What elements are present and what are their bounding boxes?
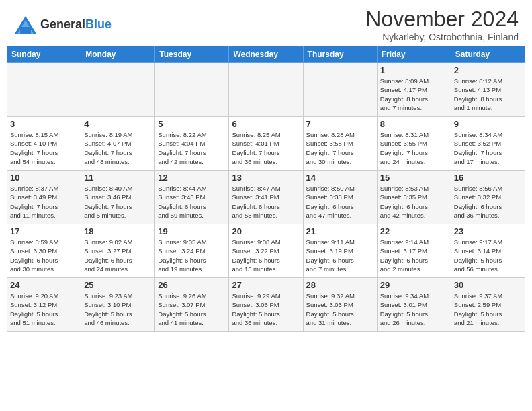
- calendar-cell: 23Sunrise: 9:17 AMSunset: 3:14 PMDayligh…: [451, 224, 525, 278]
- day-info: Sunrise: 8:12 AMSunset: 4:13 PMDaylight:…: [454, 77, 522, 112]
- day-info: Sunrise: 8:25 AMSunset: 4:01 PMDaylight:…: [232, 130, 300, 166]
- calendar-header-tuesday: Tuesday: [155, 46, 229, 63]
- day-info: Sunrise: 8:28 AMSunset: 3:58 PMDaylight:…: [306, 130, 374, 166]
- calendar-cell: 18Sunrise: 9:02 AMSunset: 3:27 PMDayligh…: [81, 224, 155, 278]
- day-info: Sunrise: 9:26 AMSunset: 3:07 PMDaylight:…: [158, 291, 226, 327]
- calendar-cell: 6Sunrise: 8:25 AMSunset: 4:01 PMDaylight…: [229, 117, 303, 171]
- calendar-cell: 24Sunrise: 9:20 AMSunset: 3:12 PMDayligh…: [7, 278, 81, 332]
- calendar-cell: 21Sunrise: 9:11 AMSunset: 3:19 PMDayligh…: [303, 224, 377, 278]
- header: GeneralBlue November 2024 Nykarleby, Ost…: [0, 0, 532, 46]
- calendar-header-friday: Friday: [377, 46, 451, 63]
- day-number: 11: [84, 173, 152, 183]
- day-number: 1: [380, 65, 448, 75]
- day-info: Sunrise: 9:32 AMSunset: 3:03 PMDaylight:…: [306, 291, 374, 327]
- calendar-cell: 19Sunrise: 9:05 AMSunset: 3:24 PMDayligh…: [155, 224, 229, 278]
- calendar-cell: 2Sunrise: 8:12 AMSunset: 4:13 PMDaylight…: [451, 63, 525, 117]
- calendar-cell: 5Sunrise: 8:22 AMSunset: 4:04 PMDaylight…: [155, 117, 229, 171]
- svg-rect-2: [20, 27, 31, 34]
- calendar-cell: 14Sunrise: 8:50 AMSunset: 3:38 PMDayligh…: [303, 171, 377, 224]
- day-info: Sunrise: 8:09 AMSunset: 4:17 PMDaylight:…: [380, 77, 448, 112]
- day-number: 8: [380, 119, 448, 129]
- day-number: 4: [84, 119, 152, 129]
- day-number: 3: [10, 119, 78, 129]
- calendar-week-1: 3Sunrise: 8:15 AMSunset: 4:10 PMDaylight…: [7, 117, 525, 171]
- day-number: 20: [232, 226, 300, 236]
- day-info: Sunrise: 8:37 AMSunset: 3:49 PMDaylight:…: [10, 184, 78, 220]
- day-number: 15: [380, 173, 448, 183]
- calendar-cell: 3Sunrise: 8:15 AMSunset: 4:10 PMDaylight…: [7, 117, 81, 171]
- day-info: Sunrise: 9:17 AMSunset: 3:14 PMDaylight:…: [454, 238, 522, 273]
- day-number: 7: [306, 119, 374, 129]
- day-info: Sunrise: 8:40 AMSunset: 3:46 PMDaylight:…: [84, 184, 152, 220]
- day-number: 22: [380, 226, 448, 236]
- logo: GeneralBlue: [13, 15, 112, 35]
- calendar-header-thursday: Thursday: [303, 46, 377, 63]
- day-info: Sunrise: 8:59 AMSunset: 3:30 PMDaylight:…: [10, 238, 78, 273]
- calendar-cell: 9Sunrise: 8:34 AMSunset: 3:52 PMDaylight…: [451, 117, 525, 171]
- day-info: Sunrise: 8:50 AMSunset: 3:38 PMDaylight:…: [306, 184, 374, 220]
- title-section: November 2024 Nykarleby, Ostrobothnia, F…: [365, 7, 519, 42]
- day-number: 30: [454, 280, 522, 290]
- day-number: 24: [10, 280, 78, 290]
- day-info: Sunrise: 9:23 AMSunset: 3:10 PMDaylight:…: [84, 291, 152, 327]
- month-title: November 2024: [365, 7, 519, 32]
- calendar-cell: 8Sunrise: 8:31 AMSunset: 3:55 PMDaylight…: [377, 117, 451, 171]
- calendar-cell: 7Sunrise: 8:28 AMSunset: 3:58 PMDaylight…: [303, 117, 377, 171]
- calendar-cell: 28Sunrise: 9:32 AMSunset: 3:03 PMDayligh…: [303, 278, 377, 332]
- day-info: Sunrise: 9:11 AMSunset: 3:19 PMDaylight:…: [306, 238, 374, 273]
- day-info: Sunrise: 9:02 AMSunset: 3:27 PMDaylight:…: [84, 238, 152, 273]
- day-info: Sunrise: 8:44 AMSunset: 3:43 PMDaylight:…: [158, 184, 226, 220]
- calendar-cell: 12Sunrise: 8:44 AMSunset: 3:43 PMDayligh…: [155, 171, 229, 224]
- day-info: Sunrise: 8:15 AMSunset: 4:10 PMDaylight:…: [10, 130, 78, 166]
- day-number: 17: [10, 226, 78, 236]
- calendar-cell: [81, 63, 155, 117]
- day-info: Sunrise: 9:14 AMSunset: 3:17 PMDaylight:…: [380, 238, 448, 273]
- calendar-cell: [303, 63, 377, 117]
- day-number: 10: [10, 173, 78, 183]
- calendar-header-monday: Monday: [81, 46, 155, 63]
- calendar-header-saturday: Saturday: [451, 46, 525, 63]
- calendar-cell: [229, 63, 303, 117]
- calendar-cell: 25Sunrise: 9:23 AMSunset: 3:10 PMDayligh…: [81, 278, 155, 332]
- day-info: Sunrise: 9:05 AMSunset: 3:24 PMDaylight:…: [158, 238, 226, 273]
- calendar-cell: 29Sunrise: 9:34 AMSunset: 3:01 PMDayligh…: [377, 278, 451, 332]
- day-number: 29: [380, 280, 448, 290]
- day-number: 6: [232, 119, 300, 129]
- day-number: 21: [306, 226, 374, 236]
- calendar-week-4: 24Sunrise: 9:20 AMSunset: 3:12 PMDayligh…: [7, 278, 525, 332]
- day-number: 16: [454, 173, 522, 183]
- day-number: 25: [84, 280, 152, 290]
- day-number: 5: [158, 119, 226, 129]
- day-number: 13: [232, 173, 300, 183]
- day-number: 14: [306, 173, 374, 183]
- day-info: Sunrise: 8:53 AMSunset: 3:35 PMDaylight:…: [380, 184, 448, 220]
- day-info: Sunrise: 9:20 AMSunset: 3:12 PMDaylight:…: [10, 291, 78, 327]
- day-number: 28: [306, 280, 374, 290]
- calendar-cell: 27Sunrise: 9:29 AMSunset: 3:05 PMDayligh…: [229, 278, 303, 332]
- calendar-cell: 4Sunrise: 8:19 AMSunset: 4:07 PMDaylight…: [81, 117, 155, 171]
- calendar-week-0: 1Sunrise: 8:09 AMSunset: 4:17 PMDaylight…: [7, 63, 525, 117]
- day-info: Sunrise: 8:56 AMSunset: 3:32 PMDaylight:…: [454, 184, 522, 220]
- day-info: Sunrise: 8:47 AMSunset: 3:41 PMDaylight:…: [232, 184, 300, 220]
- calendar-cell: 30Sunrise: 9:37 AMSunset: 2:59 PMDayligh…: [451, 278, 525, 332]
- calendar-cell: 26Sunrise: 9:26 AMSunset: 3:07 PMDayligh…: [155, 278, 229, 332]
- calendar-header-row: SundayMondayTuesdayWednesdayThursdayFrid…: [7, 46, 525, 63]
- calendar-cell: 16Sunrise: 8:56 AMSunset: 3:32 PMDayligh…: [451, 171, 525, 224]
- day-number: 27: [232, 280, 300, 290]
- calendar-cell: [155, 63, 229, 117]
- day-info: Sunrise: 9:29 AMSunset: 3:05 PMDaylight:…: [232, 291, 300, 327]
- location-title: Nykarleby, Ostrobothnia, Finland: [365, 32, 519, 42]
- day-info: Sunrise: 8:34 AMSunset: 3:52 PMDaylight:…: [454, 130, 522, 166]
- calendar-cell: 10Sunrise: 8:37 AMSunset: 3:49 PMDayligh…: [7, 171, 81, 224]
- calendar-cell: 17Sunrise: 8:59 AMSunset: 3:30 PMDayligh…: [7, 224, 81, 278]
- day-info: Sunrise: 8:19 AMSunset: 4:07 PMDaylight:…: [84, 130, 152, 166]
- day-number: 2: [454, 65, 522, 75]
- calendar-cell: 22Sunrise: 9:14 AMSunset: 3:17 PMDayligh…: [377, 224, 451, 278]
- day-info: Sunrise: 9:34 AMSunset: 3:01 PMDaylight:…: [380, 291, 448, 327]
- calendar-cell: [7, 63, 81, 117]
- calendar-cell: 20Sunrise: 9:08 AMSunset: 3:22 PMDayligh…: [229, 224, 303, 278]
- day-number: 26: [158, 280, 226, 290]
- logo-text: GeneralBlue: [40, 17, 112, 32]
- day-info: Sunrise: 8:22 AMSunset: 4:04 PMDaylight:…: [158, 130, 226, 166]
- calendar-header-wednesday: Wednesday: [229, 46, 303, 63]
